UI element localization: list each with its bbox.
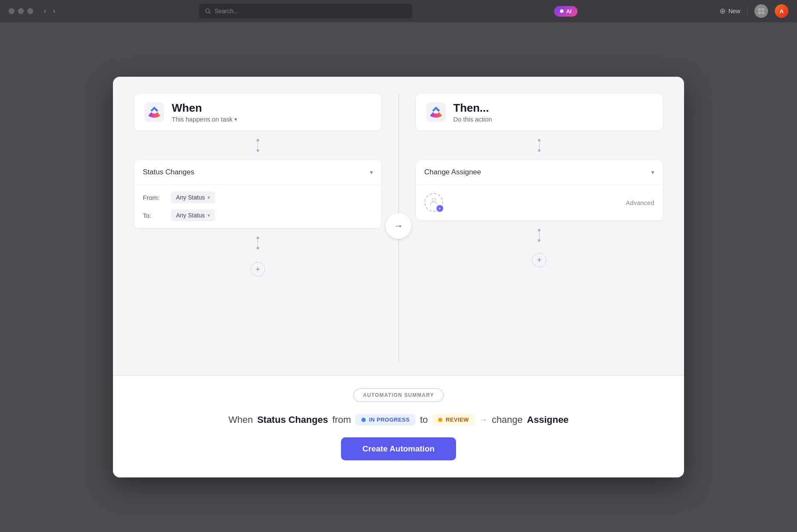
summary-trigger-bold: Status Changes [257,414,328,425]
modal-card: When This happens on task ▾ Status Chang… [113,77,684,477]
to-value-text: Any Status [176,212,205,219]
avatar[interactable]: A [775,4,788,18]
avatar-initial: A [780,8,783,14]
create-button-label: Create Automation [362,444,434,453]
topbar: ‹ › Search... AI ⊕ New A [0,0,797,22]
left-connector-1 [257,139,258,152]
automation-builder: When This happens on task ▾ Status Chang… [113,77,684,375]
then-card: Then... Do this action [416,94,663,130]
summary-from: from [332,414,351,425]
summary-action: change [492,414,523,425]
action-select-text: Change Assignee [424,168,481,176]
summary-action-bold: Assignee [527,414,569,425]
right-panel: Then... Do this action Change Assignee ▾ [399,94,663,362]
summary-text: When Status Changes from IN PROGRESS to … [228,414,569,425]
trigger-options: From: Any Status ▾ To: Any Status ▾ [134,185,381,228]
forward-button[interactable]: › [51,6,57,16]
in-progress-label: IN PROGRESS [369,416,410,423]
svg-rect-4 [762,12,764,14]
action-select[interactable]: Change Assignee ▾ [416,160,663,185]
window-controls [9,8,33,14]
back-button[interactable]: ‹ [42,6,48,16]
svg-rect-3 [758,12,761,14]
clickup-logo-when [144,102,164,122]
search-bar[interactable]: Search... [199,4,412,18]
svg-point-7 [432,198,436,202]
search-icon [205,8,211,14]
summary-when: When [228,414,253,425]
svg-rect-1 [758,8,761,11]
review-pill: REVIEW [432,414,475,425]
ai-label: AI [566,8,572,14]
summary-badge: AUTOMATION SUMMARY [353,388,444,402]
then-title: Then... [453,101,492,115]
main-area: When This happens on task ▾ Status Chang… [0,22,797,532]
to-value[interactable]: Any Status ▾ [171,209,215,221]
when-subtitle-chevron: ▾ [234,116,237,122]
left-connector-2 [257,237,258,249]
new-button[interactable]: ⊕ New [719,6,740,16]
automation-summary-section: AUTOMATION SUMMARY When Status Changes f… [113,375,684,477]
grid-icon[interactable] [754,4,768,18]
clickup-logo-then [426,102,446,122]
in-progress-pill: IN PROGRESS [355,414,416,425]
create-automation-button[interactable]: Create Automation [341,437,456,460]
from-label: From: [143,194,164,201]
ai-dot [560,9,563,13]
dot-red [9,8,14,14]
svg-rect-6 [426,102,446,122]
right-connector-1 [539,139,540,152]
when-subtitle[interactable]: This happens on task ▾ [172,116,237,123]
add-action-button[interactable]: + [532,253,546,267]
left-panel: When This happens on task ▾ Status Chang… [134,94,399,362]
summary-to: to [420,414,427,425]
summary-arrow-icon: → [479,415,488,425]
trigger-chevron-icon: ▾ [370,169,373,176]
in-progress-dot [361,418,366,422]
advanced-link[interactable]: Advanced [626,199,654,206]
nav-arrows: ‹ › [42,6,58,16]
from-chevron-icon: ▾ [208,195,210,200]
svg-rect-2 [762,8,764,11]
plus-icon: ⊕ [719,6,726,16]
from-value[interactable]: Any Status ▾ [171,191,215,203]
trigger-select-text: Status Changes [143,168,194,176]
add-condition-button[interactable]: + [251,262,265,277]
when-subtitle-text: This happens on task [172,116,233,123]
add-assignee-button[interactable]: + [424,193,443,212]
ai-badge[interactable]: AI [554,6,578,17]
svg-rect-5 [144,102,164,122]
to-field-row: To: Any Status ▾ [143,209,373,221]
action-dropdown-card: Change Assignee ▾ + [416,160,663,220]
from-field-row: From: Any Status ▾ [143,191,373,203]
then-card-text: Then... Do this action [453,101,492,123]
topbar-right: ⊕ New A [719,4,788,18]
search-placeholder: Search... [214,8,238,14]
dot-yellow [18,8,24,14]
then-subtitle-text: Do this action [453,116,492,123]
review-dot [438,418,442,422]
action-chevron-icon: ▾ [651,169,654,176]
divider [747,6,748,16]
trigger-dropdown-card: Status Changes ▾ From: Any Status ▾ T [134,160,381,228]
from-value-text: Any Status [176,194,205,201]
right-connector-2 [539,229,540,242]
review-label: REVIEW [446,416,469,423]
when-title: When [172,101,237,115]
plus-badge: + [436,205,443,212]
when-card-text: When This happens on task ▾ [172,101,237,123]
trigger-select[interactable]: Status Changes ▾ [134,160,381,185]
assignee-area: + Advanced [416,185,663,220]
new-label: New [728,8,740,14]
flow-arrow: → [386,213,411,239]
to-chevron-icon: ▾ [208,213,210,218]
dot-green [27,8,33,14]
then-subtitle: Do this action [453,116,492,123]
to-label: To: [143,212,164,219]
when-card: When This happens on task ▾ [134,94,381,130]
